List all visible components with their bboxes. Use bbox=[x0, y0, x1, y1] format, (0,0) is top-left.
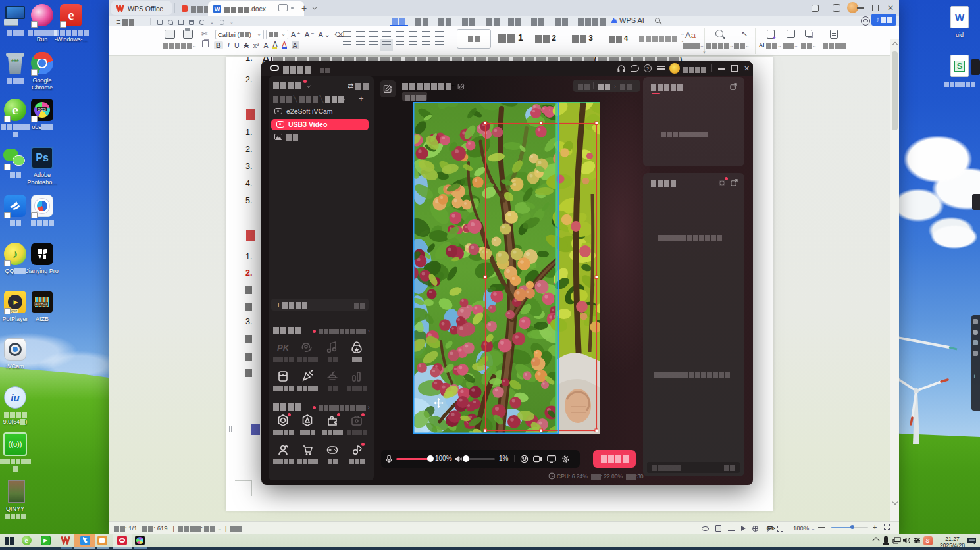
svg-text:PK: PK bbox=[277, 343, 290, 353]
